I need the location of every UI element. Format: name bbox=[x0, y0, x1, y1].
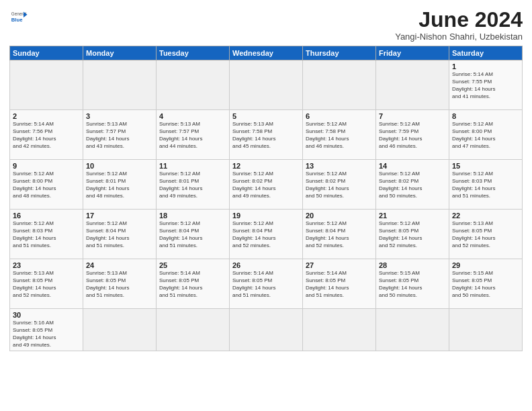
day-number: 2 bbox=[13, 112, 80, 120]
day-info: Sunrise: 5:13 AM Sunset: 8:05 PM Dayligh… bbox=[86, 270, 153, 299]
day-number: 14 bbox=[379, 162, 446, 170]
day-info: Sunrise: 5:12 AM Sunset: 8:02 PM Dayligh… bbox=[379, 171, 446, 199]
day-number: 10 bbox=[86, 162, 153, 170]
day-number: 19 bbox=[232, 212, 300, 220]
day-number: 15 bbox=[452, 162, 519, 170]
day-number: 20 bbox=[306, 212, 373, 220]
day-number: 24 bbox=[86, 261, 153, 269]
day-number: 6 bbox=[306, 112, 373, 120]
table-row: 11Sunrise: 5:12 AM Sunset: 8:01 PM Dayli… bbox=[157, 160, 230, 210]
table-row: 13Sunrise: 5:12 AM Sunset: 8:02 PM Dayli… bbox=[303, 160, 376, 210]
table-row bbox=[303, 60, 376, 110]
table-row: 3Sunrise: 5:13 AM Sunset: 7:57 PM Daylig… bbox=[83, 110, 157, 160]
day-info: Sunrise: 5:12 AM Sunset: 8:03 PM Dayligh… bbox=[13, 220, 80, 249]
calendar-header-row: Sunday Monday Tuesday Wednesday Thursday… bbox=[10, 46, 523, 60]
table-row: 16Sunrise: 5:12 AM Sunset: 8:03 PM Dayli… bbox=[10, 210, 83, 259]
table-row bbox=[230, 309, 303, 351]
table-row: 30Sunrise: 5:16 AM Sunset: 8:05 PM Dayli… bbox=[10, 309, 83, 351]
table-row: 1Sunrise: 5:14 AM Sunset: 7:55 PM Daylig… bbox=[449, 60, 523, 110]
day-number: 16 bbox=[13, 212, 80, 220]
day-number: 21 bbox=[379, 212, 446, 220]
header-wednesday: Wednesday bbox=[230, 46, 303, 60]
day-number: 23 bbox=[13, 261, 80, 269]
day-info: Sunrise: 5:13 AM Sunset: 7:58 PM Dayligh… bbox=[232, 121, 300, 150]
day-number: 26 bbox=[232, 261, 300, 269]
table-row bbox=[303, 309, 376, 351]
table-row: 27Sunrise: 5:14 AM Sunset: 8:05 PM Dayli… bbox=[303, 259, 376, 309]
table-row: 19Sunrise: 5:12 AM Sunset: 8:04 PM Dayli… bbox=[230, 210, 303, 259]
day-number: 22 bbox=[452, 212, 519, 220]
table-row: 28Sunrise: 5:15 AM Sunset: 8:05 PM Dayli… bbox=[376, 259, 449, 309]
day-info: Sunrise: 5:12 AM Sunset: 8:04 PM Dayligh… bbox=[159, 220, 226, 249]
day-info: Sunrise: 5:14 AM Sunset: 7:56 PM Dayligh… bbox=[13, 121, 80, 150]
header-thursday: Thursday bbox=[303, 46, 376, 60]
day-info: Sunrise: 5:12 AM Sunset: 8:01 PM Dayligh… bbox=[86, 171, 153, 199]
day-info: Sunrise: 5:12 AM Sunset: 8:00 PM Dayligh… bbox=[13, 171, 80, 199]
svg-text:Blue: Blue bbox=[11, 17, 23, 23]
table-row: 12Sunrise: 5:12 AM Sunset: 8:02 PM Dayli… bbox=[230, 160, 303, 210]
day-number: 8 bbox=[452, 112, 519, 120]
table-row: 29Sunrise: 5:15 AM Sunset: 8:05 PM Dayli… bbox=[449, 259, 523, 309]
day-info: Sunrise: 5:12 AM Sunset: 8:02 PM Dayligh… bbox=[306, 171, 373, 199]
table-row: 25Sunrise: 5:14 AM Sunset: 8:05 PM Dayli… bbox=[157, 259, 230, 309]
header-saturday: Saturday bbox=[449, 46, 523, 60]
day-info: Sunrise: 5:13 AM Sunset: 7:57 PM Dayligh… bbox=[159, 121, 226, 150]
day-info: Sunrise: 5:12 AM Sunset: 7:59 PM Dayligh… bbox=[379, 121, 446, 150]
location: Yangi-Nishon Shahri, Uzbekistan bbox=[395, 32, 523, 42]
day-info: Sunrise: 5:12 AM Sunset: 8:03 PM Dayligh… bbox=[452, 171, 519, 199]
day-info: Sunrise: 5:14 AM Sunset: 8:05 PM Dayligh… bbox=[306, 270, 373, 299]
table-row: 24Sunrise: 5:13 AM Sunset: 8:05 PM Dayli… bbox=[83, 259, 157, 309]
table-row bbox=[230, 60, 303, 110]
table-row bbox=[157, 309, 230, 351]
table-row bbox=[83, 309, 157, 351]
table-row bbox=[10, 60, 83, 110]
day-number: 27 bbox=[306, 261, 373, 269]
table-row bbox=[376, 60, 449, 110]
day-number: 9 bbox=[13, 162, 80, 170]
day-info: Sunrise: 5:12 AM Sunset: 8:04 PM Dayligh… bbox=[232, 220, 300, 249]
table-row: 18Sunrise: 5:12 AM Sunset: 8:04 PM Dayli… bbox=[157, 210, 230, 259]
table-row: 15Sunrise: 5:12 AM Sunset: 8:03 PM Dayli… bbox=[449, 160, 523, 210]
table-row bbox=[157, 60, 230, 110]
day-number: 28 bbox=[379, 261, 446, 269]
table-row: 8Sunrise: 5:12 AM Sunset: 8:00 PM Daylig… bbox=[449, 110, 523, 160]
day-info: Sunrise: 5:12 AM Sunset: 8:05 PM Dayligh… bbox=[379, 220, 446, 249]
table-row: 26Sunrise: 5:14 AM Sunset: 8:05 PM Dayli… bbox=[230, 259, 303, 309]
day-number: 3 bbox=[86, 112, 153, 120]
table-row: 4Sunrise: 5:13 AM Sunset: 7:57 PM Daylig… bbox=[157, 110, 230, 160]
table-row: 10Sunrise: 5:12 AM Sunset: 8:01 PM Dayli… bbox=[83, 160, 157, 210]
day-info: Sunrise: 5:16 AM Sunset: 8:05 PM Dayligh… bbox=[13, 320, 80, 349]
generalblue-icon: General Blue bbox=[9, 8, 28, 27]
day-info: Sunrise: 5:13 AM Sunset: 8:05 PM Dayligh… bbox=[13, 270, 80, 299]
day-number: 4 bbox=[159, 112, 226, 120]
title-block: June 2024 Yangi-Nishon Shahri, Uzbekista… bbox=[395, 8, 523, 42]
table-row: 22Sunrise: 5:13 AM Sunset: 8:05 PM Dayli… bbox=[449, 210, 523, 259]
day-info: Sunrise: 5:13 AM Sunset: 7:57 PM Dayligh… bbox=[86, 121, 153, 150]
logo: General Blue bbox=[9, 8, 28, 27]
table-row: 23Sunrise: 5:13 AM Sunset: 8:05 PM Dayli… bbox=[10, 259, 83, 309]
day-info: Sunrise: 5:12 AM Sunset: 8:00 PM Dayligh… bbox=[452, 121, 519, 150]
day-number: 5 bbox=[232, 112, 300, 120]
table-row: 20Sunrise: 5:12 AM Sunset: 8:04 PM Dayli… bbox=[303, 210, 376, 259]
header: General Blue June 2024 Yangi-Nishon Shah… bbox=[9, 8, 523, 42]
day-info: Sunrise: 5:14 AM Sunset: 8:05 PM Dayligh… bbox=[232, 270, 300, 299]
day-number: 12 bbox=[232, 162, 300, 170]
month-title: June 2024 bbox=[395, 8, 523, 32]
table-row bbox=[83, 60, 157, 110]
day-info: Sunrise: 5:14 AM Sunset: 8:05 PM Dayligh… bbox=[159, 270, 226, 299]
day-info: Sunrise: 5:13 AM Sunset: 8:05 PM Dayligh… bbox=[452, 220, 519, 249]
header-sunday: Sunday bbox=[10, 46, 83, 60]
day-number: 13 bbox=[306, 162, 373, 170]
day-number: 18 bbox=[159, 212, 226, 220]
table-row: 2Sunrise: 5:14 AM Sunset: 7:56 PM Daylig… bbox=[10, 110, 83, 160]
day-info: Sunrise: 5:14 AM Sunset: 7:55 PM Dayligh… bbox=[452, 71, 519, 100]
table-row: 6Sunrise: 5:12 AM Sunset: 7:58 PM Daylig… bbox=[303, 110, 376, 160]
day-info: Sunrise: 5:12 AM Sunset: 8:01 PM Dayligh… bbox=[159, 171, 226, 199]
table-row: 5Sunrise: 5:13 AM Sunset: 7:58 PM Daylig… bbox=[230, 110, 303, 160]
table-row: 9Sunrise: 5:12 AM Sunset: 8:00 PM Daylig… bbox=[10, 160, 83, 210]
header-monday: Monday bbox=[83, 46, 157, 60]
day-info: Sunrise: 5:12 AM Sunset: 7:58 PM Dayligh… bbox=[306, 121, 373, 150]
day-info: Sunrise: 5:12 AM Sunset: 8:04 PM Dayligh… bbox=[306, 220, 373, 249]
table-row: 21Sunrise: 5:12 AM Sunset: 8:05 PM Dayli… bbox=[376, 210, 449, 259]
calendar-table: Sunday Monday Tuesday Wednesday Thursday… bbox=[9, 46, 523, 351]
